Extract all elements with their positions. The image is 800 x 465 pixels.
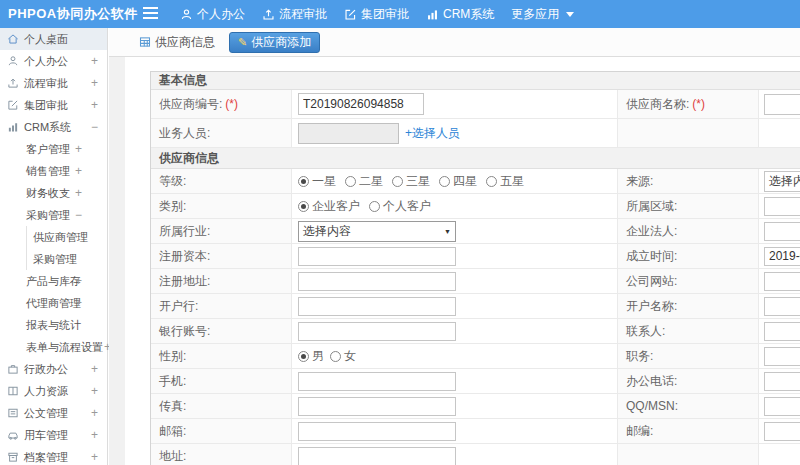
- nav-group-approval[interactable]: 集团审批: [340, 0, 413, 28]
- sidebar-item-reports-stats[interactable]: 报表与统计: [0, 314, 107, 336]
- radio-male[interactable]: 男: [298, 348, 324, 365]
- office-phone-input[interactable]: [764, 372, 800, 391]
- nav-crm-system[interactable]: CRM系统: [422, 0, 498, 28]
- nav-more-apps[interactable]: 更多应用: [507, 0, 578, 28]
- position-label: 职务:: [626, 348, 653, 365]
- legal-person-input[interactable]: [764, 222, 800, 241]
- row-business-staff: 业务人员: +选择人员: [151, 119, 800, 148]
- contact-input[interactable]: [764, 322, 800, 341]
- row-regaddress-website: 注册地址: 公司网站:: [151, 269, 800, 294]
- industry-label: 所属行业:: [159, 223, 210, 240]
- industry-select[interactable]: 选择内容▼: [298, 221, 456, 242]
- legal-person-label: 企业法人:: [626, 223, 677, 240]
- supplier-code-label: 供应商编号:: [159, 96, 222, 113]
- section-header-basic-info: 基本信息: [151, 72, 800, 90]
- website-input[interactable]: [764, 272, 800, 291]
- tab-supplier-list[interactable]: 供应商信息: [134, 32, 220, 52]
- fax-input[interactable]: [298, 397, 456, 416]
- qq-msn-input[interactable]: [764, 397, 800, 416]
- tab-bar: 供应商信息 ✎ 供应商添加: [109, 28, 800, 57]
- radio-four-star[interactable]: 四星: [439, 173, 477, 190]
- book-icon: [7, 385, 19, 397]
- pencil-icon: ✎: [238, 37, 247, 48]
- registered-capital-input[interactable]: [298, 247, 456, 266]
- account-name-input[interactable]: [764, 297, 800, 316]
- select-staff-link[interactable]: +选择人员: [405, 125, 460, 142]
- source-select[interactable]: 选择内容▼: [764, 171, 800, 192]
- radio-three-star[interactable]: 三星: [392, 173, 430, 190]
- user-icon: [180, 8, 193, 21]
- registered-address-input[interactable]: [298, 272, 456, 291]
- gender-label: 性别:: [159, 348, 186, 365]
- row-category-region: 类别: 企业客户 个人客户 所属区域:: [151, 194, 800, 219]
- bank-account-input[interactable]: [298, 322, 456, 341]
- tab-supplier-add[interactable]: ✎ 供应商添加: [229, 32, 320, 53]
- sidebar: 个人桌面 个人办公 + 流程审批 + 集团审批 + CRM系统 − 客户管理 +…: [0, 28, 108, 465]
- nav-personal-office[interactable]: 个人办公: [176, 0, 249, 28]
- category-label: 类别:: [159, 198, 186, 215]
- radio-five-star[interactable]: 五星: [486, 173, 524, 190]
- sidebar-item-finance[interactable]: 财务收支 +: [0, 182, 107, 204]
- sidebar-item-personal-desktop[interactable]: 个人桌面: [0, 28, 107, 50]
- radio-icon: [298, 176, 309, 187]
- document-icon: [7, 407, 19, 419]
- address-input[interactable]: [298, 447, 456, 465]
- sidebar-item-agent-mgmt[interactable]: 代理商管理 +: [0, 292, 107, 314]
- bank-account-label: 银行账号:: [159, 323, 210, 340]
- radio-personal-customer[interactable]: 个人客户: [369, 198, 431, 215]
- position-input[interactable]: [764, 347, 800, 366]
- zip-code-input[interactable]: [764, 422, 800, 441]
- top-navigation: 个人办公 流程审批 集团审批 CRM系统 更多应用: [176, 0, 578, 28]
- row-level-source: 等级: 一星 二星 三星 四星 五星 来源: 选择内容▼: [151, 169, 800, 194]
- mobile-input[interactable]: [298, 372, 456, 391]
- select-caret-icon: ▼: [444, 228, 451, 235]
- sidebar-item-vehicle-mgmt[interactable]: 用车管理 +: [0, 424, 107, 446]
- sidebar-item-purchase-mgmt[interactable]: 采购管理 −: [0, 204, 107, 226]
- radio-enterprise-customer[interactable]: 企业客户: [298, 198, 360, 215]
- level-radio-group: 一星 二星 三星 四星 五星: [298, 173, 524, 190]
- sidebar-item-form-workflow-settings[interactable]: 表单与流程设置 +: [0, 336, 107, 358]
- zip-code-label: 邮编:: [626, 423, 653, 440]
- sidebar-item-personal-office[interactable]: 个人办公 +: [0, 50, 107, 72]
- sidebar-item-sales-mgmt[interactable]: 销售管理 +: [0, 160, 107, 182]
- supplier-code-input[interactable]: [298, 93, 424, 115]
- sidebar-item-document-mgmt[interactable]: 公文管理 +: [0, 402, 107, 424]
- sidebar-item-product-inventory[interactable]: 产品与库存 +: [0, 270, 107, 292]
- sidebar-item-human-resources[interactable]: 人力资源 +: [0, 380, 107, 402]
- hamburger-menu-icon[interactable]: [143, 7, 158, 20]
- section-header-supplier-info: 供应商信息: [151, 148, 800, 169]
- row-supplier-code: 供应商编号: (*) 供应商名称: (*): [151, 90, 800, 119]
- sidebar-item-group-approval[interactable]: 集团审批 +: [0, 94, 107, 116]
- qq-msn-label: QQ/MSN:: [626, 399, 678, 413]
- topbar: PHPOA协同办公软件 个人办公 流程审批 集团审批 CRM系统 更多应用: [0, 0, 800, 28]
- row-mobile-officephone: 手机: 办公电话:: [151, 369, 800, 394]
- sidebar-item-purchase-sub[interactable]: 采购管理: [0, 248, 107, 270]
- founded-date-input[interactable]: [764, 247, 800, 266]
- edit-icon: [7, 99, 19, 111]
- sidebar-item-workflow-approval[interactable]: 流程审批 +: [0, 72, 107, 94]
- nav-workflow-approval[interactable]: 流程审批: [258, 0, 331, 28]
- radio-icon: [439, 176, 450, 187]
- row-address: 地址:: [151, 444, 800, 465]
- region-input[interactable]: [764, 197, 800, 216]
- radio-one-star[interactable]: 一星: [298, 173, 336, 190]
- email-input[interactable]: [298, 422, 456, 441]
- address-label: 地址:: [159, 448, 186, 465]
- sidebar-item-supplier-mgmt[interactable]: 供应商管理: [0, 226, 107, 248]
- radio-female[interactable]: 女: [330, 348, 356, 365]
- gender-radio-group: 男 女: [298, 348, 356, 365]
- row-bank-acctname: 开户行: 开户名称:: [151, 294, 800, 319]
- supplier-name-input[interactable]: [764, 94, 800, 115]
- business-staff-input[interactable]: [298, 123, 399, 144]
- radio-two-star[interactable]: 二星: [345, 173, 383, 190]
- row-gender-position: 性别: 男 女 职务:: [151, 344, 800, 369]
- fax-label: 传真:: [159, 398, 186, 415]
- sidebar-item-archive-mgmt[interactable]: 档案管理 +: [0, 446, 107, 465]
- sidebar-item-crm-system[interactable]: CRM系统 −: [0, 116, 107, 138]
- sidebar-item-admin-office[interactable]: 行政办公 +: [0, 358, 107, 380]
- office-phone-label: 办公电话:: [626, 373, 677, 390]
- sidebar-item-customer-mgmt[interactable]: 客户管理 +: [0, 138, 107, 160]
- upload-icon: [262, 8, 275, 21]
- bank-input[interactable]: [298, 297, 456, 316]
- radio-icon: [345, 176, 356, 187]
